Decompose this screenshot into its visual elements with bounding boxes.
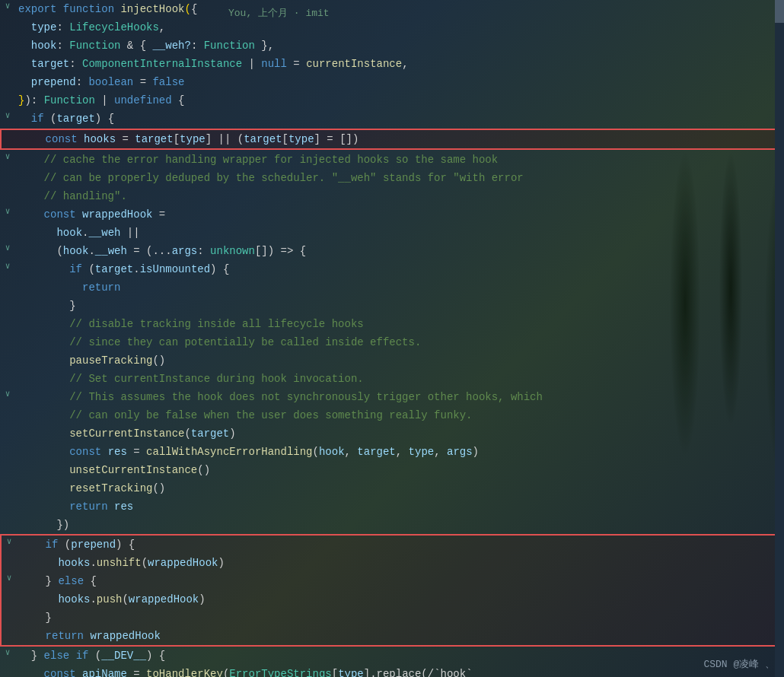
code-line-21: // Set currentInstance during hook invoc… bbox=[0, 370, 784, 388]
line-content-20: pauseTracking() bbox=[15, 352, 784, 369]
token bbox=[18, 427, 69, 440]
token: res bbox=[114, 501, 133, 513]
token: || bbox=[120, 227, 139, 239]
code-line-24: setCurrentInstance(target) bbox=[0, 424, 784, 443]
token bbox=[18, 113, 31, 125]
line-content-27: resetTracking() bbox=[15, 480, 784, 497]
token: = bbox=[127, 668, 146, 677]
token: target bbox=[244, 133, 282, 145]
token: () bbox=[197, 464, 210, 476]
code-line-37: const apiName = toHandlerKey(ErrorTypeSt… bbox=[0, 665, 784, 677]
token bbox=[18, 40, 31, 52]
token bbox=[56, 3, 62, 15]
token: const bbox=[69, 446, 101, 458]
code-line-26: unsetCurrentInstance() bbox=[0, 461, 784, 479]
token: : bbox=[56, 21, 69, 33]
fold-arrow-1[interactable]: ∨ bbox=[0, 1, 15, 11]
token: false bbox=[152, 76, 184, 88]
scrollbar-thumb[interactable] bbox=[775, 0, 784, 23]
token: ( bbox=[184, 3, 190, 15]
token bbox=[18, 482, 69, 494]
fold-arrow-7[interactable]: ∨ bbox=[0, 110, 15, 120]
token: ) { bbox=[116, 539, 135, 551]
token: } bbox=[18, 650, 44, 662]
token: : bbox=[191, 40, 204, 52]
scrollbar[interactable] bbox=[775, 0, 784, 677]
token: const bbox=[44, 668, 76, 677]
token: }, bbox=[255, 40, 274, 52]
fold-arrow-22[interactable]: ∨ bbox=[0, 389, 15, 399]
line-content-4: target: ComponentInternalInstance | null… bbox=[15, 56, 784, 72]
token: : bbox=[76, 76, 89, 88]
fold-arrow-14[interactable]: ∨ bbox=[0, 243, 15, 253]
token: hook bbox=[319, 446, 345, 458]
token: currentInstance bbox=[306, 58, 402, 70]
line-content-30: if (prepend) { bbox=[17, 536, 782, 553]
token: __DEV__ bbox=[101, 650, 146, 662]
token: = bbox=[116, 133, 135, 145]
token: , bbox=[402, 58, 408, 70]
token: ) bbox=[218, 557, 224, 569]
token bbox=[18, 354, 69, 367]
token: undefined bbox=[114, 94, 172, 106]
token: // Set currentInstance during hook invoc… bbox=[69, 373, 363, 385]
token: ( bbox=[122, 593, 128, 605]
token: injectHook bbox=[120, 3, 184, 15]
token: type bbox=[31, 21, 57, 33]
fold-arrow-32[interactable]: ∨ bbox=[2, 573, 17, 583]
token: target bbox=[135, 133, 173, 145]
code-line-17: } bbox=[0, 297, 784, 315]
token bbox=[18, 172, 44, 184]
line-content-12: const wrappedHook = bbox=[15, 206, 784, 223]
line-content-13: hook.__weh || bbox=[15, 224, 784, 241]
token: LifecycleHooks bbox=[69, 21, 159, 33]
token: else bbox=[58, 575, 84, 587]
code-line-13: hook.__weh || bbox=[0, 224, 784, 242]
token: : bbox=[69, 58, 82, 70]
code-line-28: return res bbox=[0, 497, 784, 516]
token: boolean bbox=[88, 76, 133, 88]
token: apiName bbox=[82, 668, 127, 677]
token: const bbox=[46, 133, 78, 145]
line-content-33: hooks.push(wrappedHook) bbox=[17, 591, 782, 608]
line-content-2: type: LifecycleHooks, bbox=[15, 19, 784, 36]
token: type bbox=[180, 133, 206, 145]
token: ErrorTypeStrings bbox=[229, 668, 331, 677]
code-line-3: hook: Function & { __weh?: Function }, bbox=[0, 37, 784, 55]
token: unknown bbox=[210, 245, 255, 257]
token: hook bbox=[56, 227, 82, 239]
token bbox=[18, 336, 69, 348]
token: . bbox=[90, 593, 96, 605]
token: , bbox=[396, 446, 409, 458]
line-content-3: hook: Function & { __weh?: Function }, bbox=[15, 37, 784, 54]
token: ComponentInternalInstance bbox=[82, 58, 242, 70]
line-content-9: // cache the error handling wrapper for … bbox=[15, 151, 784, 168]
token: } bbox=[20, 575, 58, 587]
token: hooks bbox=[58, 557, 90, 569]
token bbox=[18, 501, 69, 513]
line-content-26: unsetCurrentInstance() bbox=[15, 462, 784, 478]
fold-arrow-15[interactable]: ∨ bbox=[0, 261, 15, 271]
line-content-15: if (target.isUnmounted) { bbox=[15, 261, 784, 278]
fold-arrow-30[interactable]: ∨ bbox=[2, 536, 17, 546]
token: target bbox=[31, 58, 69, 70]
token: unshift bbox=[97, 557, 142, 569]
token: : bbox=[197, 245, 210, 257]
token: ( bbox=[82, 263, 95, 275]
fold-arrow-36[interactable]: ∨ bbox=[0, 647, 15, 657]
fold-arrow-12[interactable]: ∨ bbox=[0, 206, 15, 216]
token bbox=[18, 227, 56, 239]
token: ) bbox=[199, 593, 205, 605]
token: ) { bbox=[210, 263, 229, 275]
token: | bbox=[95, 94, 114, 106]
token: } bbox=[18, 300, 76, 312]
token: // This assumes the hook does not synchr… bbox=[69, 391, 543, 403]
token: type bbox=[409, 446, 435, 458]
token bbox=[18, 464, 69, 476]
token: = bbox=[127, 446, 146, 458]
token: prepend bbox=[31, 76, 76, 88]
line-content-14: (hook.__weh = (...args: unknown[]) => { bbox=[15, 243, 784, 259]
token: : bbox=[56, 40, 69, 52]
token bbox=[20, 557, 58, 569]
fold-arrow-9[interactable]: ∨ bbox=[0, 151, 15, 161]
